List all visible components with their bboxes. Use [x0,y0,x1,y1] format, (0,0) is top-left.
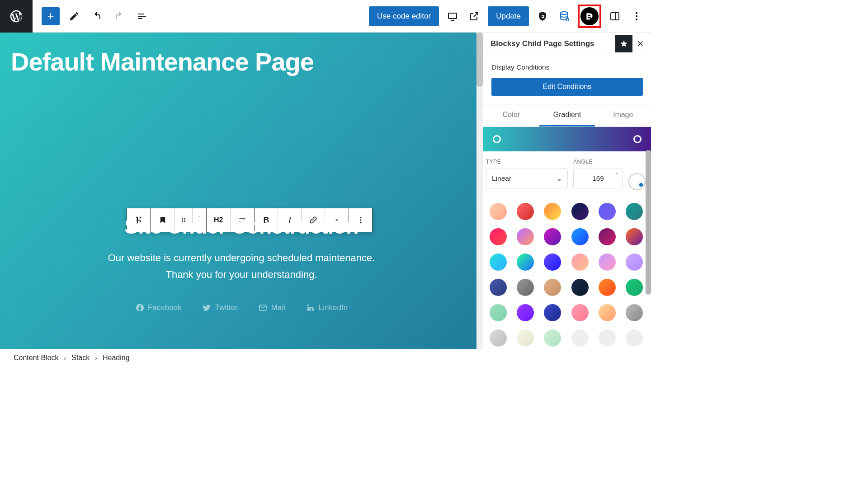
svg-point-6 [636,19,637,20]
undo-button[interactable] [89,8,105,24]
database-icon [559,11,570,22]
tab-gradient[interactable]: Gradient [539,104,595,127]
gradient-preset-2[interactable] [544,203,561,220]
gradient-preset-24[interactable] [490,304,507,321]
social-twitter[interactable]: Twitter [203,303,238,312]
gradient-preset-4[interactable] [599,203,616,220]
list-icon [137,11,147,22]
gradient-preset-34[interactable] [599,329,616,347]
gradient-stop-left[interactable] [493,135,501,143]
linkedin-icon [306,303,315,312]
add-block-button[interactable]: + [42,7,60,25]
breadcrumb-item[interactable]: Content Block [14,354,59,362]
blocksy-settings-button-highlighted[interactable] [578,5,601,28]
gradient-preset-14[interactable] [544,253,561,271]
social-facebook[interactable]: Facebook [135,303,182,312]
gradient-preset-23[interactable] [626,279,643,296]
gradient-preset-1[interactable] [517,203,534,220]
conditions-section: Display Conditions Edit Conditions [483,55,651,104]
blocksy-logo-icon [580,7,599,25]
gradient-preset-20[interactable] [544,279,561,296]
gradient-preset-21[interactable] [571,279,589,296]
gradient-preset-25[interactable] [517,304,534,321]
social-mail[interactable]: Mail [259,303,285,312]
breadcrumb-item[interactable]: Stack [71,354,90,362]
breadcrumb-item[interactable]: Heading [103,354,130,362]
kebab-icon [631,11,642,22]
gradient-preset-12[interactable] [490,253,507,271]
gradient-preset-35[interactable] [626,329,643,347]
gradient-preset-15[interactable] [571,253,589,271]
svg-rect-3 [611,13,619,20]
tab-image[interactable]: Image [595,104,651,127]
gradient-preset-26[interactable] [544,304,561,321]
document-overview-button[interactable] [134,8,150,24]
heading-block[interactable]: Site Under Construction [24,214,458,239]
gradient-type-select[interactable]: Linear ⌄ [486,169,568,188]
star-button[interactable] [615,35,632,52]
gradient-preset-5[interactable] [626,203,643,220]
gradient-preset-32[interactable] [544,329,561,347]
gradient-preset-11[interactable] [626,228,643,245]
sidebar-scrollbar[interactable] [646,150,651,337]
degree-icon: ° [616,172,618,177]
top-left-tools: + [33,7,150,25]
gradient-preset-33[interactable] [571,329,589,347]
main-area: Default Maintenance Page ⌃⌄ H2 B I [0,33,651,366]
gradient-preset-16[interactable] [599,253,616,271]
gradient-preset-29[interactable] [626,304,643,321]
gradient-preset-19[interactable] [517,279,534,296]
gradient-preset-28[interactable] [599,304,616,321]
update-button[interactable]: Update [488,6,529,26]
editor-canvas[interactable]: Default Maintenance Page ⌃⌄ H2 B I [0,33,483,366]
gradient-preset-27[interactable] [571,304,589,321]
social-linkedin[interactable]: LinkedIn [306,303,348,312]
gradient-preset-0[interactable] [490,203,507,220]
gradient-preset-8[interactable] [544,228,561,245]
star-icon [620,40,628,48]
gradient-preset-18[interactable] [490,279,507,296]
settings-sidebar: Blocksy Child Page Settings ✕ Display Co… [483,33,651,366]
canvas-scrollbar[interactable] [476,33,483,366]
tab-color[interactable]: Color [483,104,539,127]
more-options-button[interactable] [628,8,645,24]
gradient-stop-right[interactable] [633,135,642,143]
settings-panel-button[interactable] [607,8,623,24]
gradient-preset-10[interactable] [599,228,616,245]
paragraph-line1: Our website is currently undergoing sche… [108,252,375,263]
gradient-preset-6[interactable] [490,228,507,245]
content-center: Site Under Construction Our website is c… [24,214,458,312]
svg-point-5 [636,15,637,17]
gradient-angle-input[interactable]: 169 ° [573,169,623,188]
plugin-g-button[interactable] [534,8,551,24]
gradient-preset-31[interactable] [517,329,534,347]
open-external-button[interactable] [466,8,482,24]
chevron-right-icon: › [64,354,66,361]
redo-icon [114,11,125,22]
gradient-bar[interactable] [483,127,651,151]
redo-button[interactable] [111,8,127,24]
gradient-preset-3[interactable] [571,203,589,220]
close-sidebar-button[interactable]: ✕ [637,39,644,49]
svg-point-4 [636,12,637,14]
gradient-preset-7[interactable] [517,228,534,245]
sidebar-title: Blocksy Child Page Settings [491,39,594,48]
edit-tool-button[interactable] [66,8,82,24]
wordpress-logo[interactable] [0,0,33,33]
view-button[interactable] [444,8,461,24]
edit-conditions-button[interactable]: Edit Conditions [491,78,643,96]
social-links: Facebook Twitter Mail LinkedIn [24,303,458,312]
page-title[interactable]: Default Maintenance Page [0,33,483,76]
gradient-preset-9[interactable] [571,228,589,245]
gradient-controls: TYPE Linear ⌄ ANGLE 169 ° [483,151,651,197]
paragraph-line2: Thank you for your understanding. [165,269,317,280]
mail-icon [259,303,268,312]
database-button[interactable] [556,8,572,24]
code-editor-button[interactable]: Use code editor [369,6,439,26]
gradient-preset-13[interactable] [517,253,534,271]
angle-knob[interactable] [628,173,646,190]
gradient-preset-22[interactable] [599,279,616,296]
gradient-preset-17[interactable] [626,253,643,271]
gradient-preset-30[interactable] [490,329,507,347]
paragraph-block[interactable]: Our website is currently undergoing sche… [24,249,458,283]
